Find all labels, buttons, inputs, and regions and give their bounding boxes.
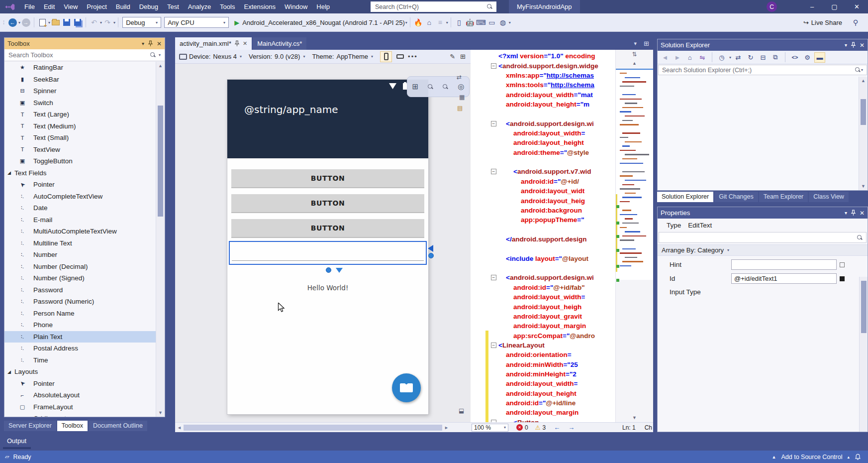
splitter-grip-icon[interactable]: ⇅ [632, 51, 637, 58]
live-share-button[interactable]: ↪ Live Share [803, 19, 842, 26]
navigate-back-button[interactable]: ← [7, 17, 18, 28]
pending-changes-filter-icon[interactable]: ◷ [716, 52, 727, 63]
code-line-1[interactable]: <?xml version="1.0" encoding [471, 51, 615, 61]
debug-profiler-icon[interactable]: 🔥 [413, 17, 424, 28]
toolbox-item-postal-address[interactable]: ∶.Postal Address [4, 343, 156, 354]
list-options-icon[interactable]: ≡ [435, 17, 446, 28]
toolbox-item-framelayout[interactable]: ▢FrameLayout [4, 401, 156, 413]
code-line-2[interactable]: –<android.support.design.widge [471, 61, 615, 70]
tab-git-changes[interactable]: Git Changes [714, 192, 758, 202]
swap-panes-icon[interactable]: ⇄ [457, 74, 462, 81]
scroll-thumb[interactable] [158, 106, 163, 217]
save-all-button[interactable] [72, 17, 83, 28]
platform-dropdown[interactable]: Any CPU▾ [164, 17, 229, 28]
code-line-32[interactable]: android:orientation= [471, 350, 615, 359]
toolbox-item-autocompletetextview[interactable]: ∶.AutoCompleteTextView [4, 191, 156, 203]
code-line-18[interactable]: app:popupTheme=" [471, 215, 615, 225]
toolbox-item-spinner[interactable]: ⊟Spinner [4, 85, 156, 97]
fold-collapse-icon[interactable]: – [491, 121, 496, 126]
zoom-fit-icon[interactable] [428, 84, 433, 90]
view-code-icon[interactable]: <> [789, 52, 800, 63]
adb-terminal-icon[interactable]: ⌨ [476, 17, 486, 28]
code-line-33[interactable]: android:minWidth="25 [471, 360, 615, 369]
menu-edit[interactable]: Edit [39, 0, 59, 13]
code-line-13[interactable]: – <android.support.v7.wid [471, 167, 615, 176]
code-line-7[interactable] [471, 109, 615, 118]
float-window-icon[interactable]: ⊞ [644, 40, 649, 47]
undo-button[interactable]: ↶ [89, 17, 99, 28]
redo-button[interactable]: ↷ [102, 17, 113, 28]
user-avatar[interactable]: C [767, 1, 777, 12]
zoom-actual-icon[interactable]: ◎ [458, 82, 464, 91]
toolbox-item-plain-text[interactable]: ∶.Plain Text [4, 331, 156, 343]
code-line-37[interactable]: android:id="@+id/line [471, 398, 615, 408]
editor-minimap[interactable]: ⇅ ▲ ▼ [615, 50, 653, 422]
scroll-left-icon[interactable]: ◄ [177, 425, 182, 430]
scroll-down-icon[interactable]: ▼ [859, 184, 868, 189]
android-button-1[interactable]: BUTTON [231, 169, 424, 188]
code-line-9[interactable]: android:layout_width= [471, 128, 615, 138]
properties-scrollbar[interactable] [859, 277, 868, 432]
pin-icon[interactable] [851, 42, 856, 48]
app-bar[interactable]: @string/app_name [227, 80, 428, 158]
configuration-dropdown[interactable]: Debug▾ [122, 17, 161, 28]
menu-analyze[interactable]: Analyze [184, 0, 215, 13]
navigate-back-icon[interactable]: ← [554, 424, 560, 431]
menu-build[interactable]: Build [111, 0, 135, 13]
toolbox-item-text-large-[interactable]: TText (Large) [4, 109, 156, 120]
errors-count[interactable]: 0 [525, 424, 528, 431]
window-position-caret-icon[interactable]: ▾ [845, 42, 847, 48]
toolbox-item-password-numeric-[interactable]: ∶.Password (Numeric) [4, 296, 156, 308]
toolbox-item-number-signed-[interactable]: ∶.Number (Signed) [4, 272, 156, 284]
toolbox-item-number-decimal-[interactable]: ∶.Number (Decimal) [4, 261, 156, 273]
toolbox-item-time[interactable]: ∶.Time [4, 354, 156, 366]
menu-window[interactable]: Window [280, 0, 312, 13]
back-icon[interactable]: ◄ [660, 52, 671, 63]
code-line-10[interactable]: android:layout_height [471, 138, 615, 147]
landscape-orientation-button[interactable] [394, 51, 406, 62]
window-position-caret-icon[interactable]: ▾ [845, 210, 847, 216]
code-line-26[interactable]: android:layout_width= [471, 292, 615, 302]
device-log-icon[interactable]: ▭ [486, 17, 497, 28]
new-device-icon[interactable]: ▯ [454, 17, 465, 28]
tab-team-explorer[interactable]: Team Explorer [759, 192, 808, 202]
code-line-5[interactable]: android:layout_width="mat [471, 90, 615, 99]
hint-binding-square[interactable] [840, 262, 845, 267]
menu-help[interactable]: Help [312, 0, 334, 13]
grid-settings-icon[interactable]: ▦ [459, 94, 465, 101]
menu-view[interactable]: View [59, 0, 82, 13]
document-outline-icon[interactable]: ▤ [457, 105, 463, 112]
show-all-files-icon[interactable]: ▬ [814, 52, 825, 63]
source-control-caret-icon[interactable]: ▴ [847, 455, 850, 460]
pin-icon[interactable] [235, 40, 239, 47]
designer-surface[interactable]: @string/app_name Hello World! BUTTONBUTT… [175, 64, 471, 422]
collapse-all-icon[interactable]: ⊟ [758, 52, 769, 63]
code-line-30[interactable]: app:srcCompat="@andro [471, 331, 615, 340]
toolbox-item-number[interactable]: ∶.Number [4, 249, 156, 261]
fold-collapse-icon[interactable]: – [491, 343, 496, 348]
close-icon[interactable]: ✕ [157, 40, 162, 47]
window-position-caret-icon[interactable]: ▾ [142, 41, 144, 46]
code-line-31[interactable]: –<LinearLayout [471, 341, 615, 350]
notifications-bell-icon[interactable] [855, 454, 861, 461]
device-dropdown[interactable]: Device:Nexus 4▾ [189, 53, 242, 60]
version-dropdown[interactable]: Version:9.0 (v28)▾ [249, 53, 305, 60]
anchor-handle-bottom-icon[interactable] [336, 268, 343, 273]
sync-with-active-document-icon[interactable]: ⇄ [733, 52, 744, 63]
code-line-22[interactable]: <include layout="@layout [471, 254, 615, 263]
home-icon[interactable]: ⌂ [684, 52, 695, 63]
code-line-38[interactable]: android:layout_margin [471, 408, 615, 417]
forward-icon[interactable]: ► [672, 52, 683, 63]
switch-views-icon[interactable]: ⇋ [697, 52, 708, 63]
scroll-thumb[interactable] [184, 425, 442, 431]
code-line-6[interactable]: android:layout_height="m [471, 100, 615, 109]
id-binding-square[interactable] [840, 276, 845, 281]
split-view-icon[interactable]: ⊞ [460, 53, 466, 60]
scroll-thumb[interactable] [861, 99, 866, 125]
toolbox-item-text-small-[interactable]: TText (Small) [4, 132, 156, 144]
close-icon[interactable]: ✕ [860, 42, 865, 49]
toolbox-item-seekbar[interactable]: ▮SeekBar [4, 74, 156, 86]
code-line-20[interactable]: </android.support.design [471, 234, 615, 244]
toolbox-item-textview[interactable]: TTextView [4, 144, 156, 156]
close-icon[interactable]: ✕ [243, 40, 247, 47]
